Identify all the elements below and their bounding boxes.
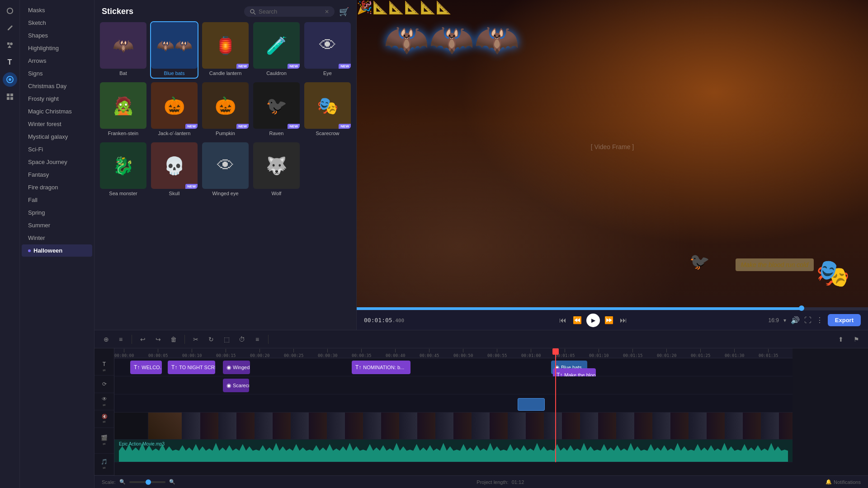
sticker-frankenstein[interactable]: 🧟 Franken-stein bbox=[99, 81, 147, 139]
ruler-125: 00:01:25 bbox=[691, 348, 710, 358]
sticker-scarecrow[interactable]: 🎭 NEW Scarecrow bbox=[303, 81, 352, 139]
sticker-candle-lantern-label: Candle lantern bbox=[209, 70, 242, 76]
ruler-40: 00:00:40 bbox=[386, 348, 405, 358]
nav-effects[interactable] bbox=[3, 89, 17, 104]
progress-bar[interactable] bbox=[357, 307, 868, 310]
clip-winged-eye[interactable]: ◉Winged eye bbox=[223, 361, 250, 374]
nav-text[interactable]: T bbox=[3, 55, 17, 70]
clip-scarecrow[interactable]: ◉Scarecrow bbox=[223, 379, 249, 392]
ratio-chevron[interactable]: ▾ bbox=[783, 317, 786, 324]
track-ctrl-sticker1[interactable]: 👁 ⇄ bbox=[94, 393, 114, 410]
skip-to-start-btn[interactable]: ⏮ bbox=[557, 315, 568, 326]
sticker-wolf[interactable]: 🐺 Wolf bbox=[252, 141, 301, 199]
track-ctrl-video[interactable]: 🎬 ⇄ bbox=[94, 428, 114, 454]
step-forward-btn[interactable]: ⏩ bbox=[604, 315, 614, 326]
sticker-cauldron[interactable]: 🧪 NEW Cauldron bbox=[252, 21, 301, 79]
category-winter[interactable]: Winter bbox=[22, 232, 92, 244]
category-christmas-day[interactable]: Christmas Day bbox=[22, 80, 92, 92]
category-highlighting[interactable]: Highlighting bbox=[22, 42, 92, 54]
export-button[interactable]: Export bbox=[828, 314, 861, 326]
settings-track-btn[interactable]: ≡ bbox=[114, 333, 127, 346]
fullscreen-icon[interactable]: ⛶ bbox=[804, 316, 811, 324]
time-button[interactable]: ⏱ bbox=[236, 333, 248, 346]
sticker-grid: 🦇 Bat 🦇🦇 Blue bats 🏮 NEW bbox=[94, 21, 356, 203]
nav-stickers[interactable] bbox=[3, 72, 17, 87]
track-ctrl-sticker2[interactable]: 🔇 ⇄ bbox=[94, 410, 114, 427]
cart-icon[interactable]: 🛒 bbox=[339, 7, 349, 17]
category-masks[interactable]: Masks bbox=[22, 4, 92, 16]
category-halloween[interactable]: Halloween bbox=[22, 244, 92, 257]
category-magic-christmas[interactable]: Magic Christmas bbox=[22, 105, 92, 117]
add-track-btn[interactable]: ⊕ bbox=[100, 333, 113, 346]
sticker-bat[interactable]: 🦇 Bat bbox=[99, 21, 147, 79]
scale-slider[interactable] bbox=[129, 481, 165, 483]
video-thumb-strip bbox=[182, 413, 793, 440]
sticker-skull[interactable]: 💀 NEW Skull bbox=[150, 141, 198, 199]
settings-icon[interactable]: ⋮ bbox=[816, 316, 823, 324]
category-sci-fi[interactable]: Sci-Fi bbox=[22, 143, 92, 155]
undo-button[interactable]: ↩ bbox=[137, 333, 149, 346]
sticker-wolf-label: Wolf bbox=[272, 191, 282, 196]
search-box[interactable]: ✕ bbox=[244, 6, 335, 17]
sticker-eye[interactable]: 👁 NEW Eye bbox=[303, 21, 352, 79]
cut-button[interactable]: ✂ bbox=[189, 333, 202, 346]
category-winter-forest[interactable]: Winter forest bbox=[22, 118, 92, 130]
redo-button[interactable]: ↪ bbox=[152, 333, 165, 346]
sticker-sea-monster-label: Sea monster bbox=[109, 191, 137, 196]
nav-shapes[interactable] bbox=[3, 38, 17, 52]
loop-button[interactable]: ↻ bbox=[205, 333, 217, 346]
notifications-button[interactable]: 🔔 Notifications bbox=[826, 479, 861, 485]
category-fantasy[interactable]: Fantasy bbox=[22, 169, 92, 181]
sticker-jack-o-lantern[interactable]: 🎃 NEW Jack-o'-lantern bbox=[150, 81, 198, 139]
category-spring[interactable]: Spring bbox=[22, 206, 92, 219]
play-btn[interactable]: ▶ bbox=[586, 314, 600, 327]
track-ctrl-text1[interactable]: T ⇄ bbox=[94, 358, 114, 375]
category-arrows[interactable]: Arrows bbox=[22, 55, 92, 67]
track-blank-1 bbox=[114, 394, 793, 413]
category-space-journey[interactable]: Space Journey bbox=[22, 156, 92, 168]
track-ctrl-text2[interactable]: ⟳ bbox=[94, 375, 114, 393]
nav-sketch[interactable] bbox=[3, 21, 17, 35]
clip-welco[interactable]: T↑WELCO... bbox=[130, 361, 162, 374]
sticker-raven[interactable]: 🐦‍⬛ NEW Raven bbox=[252, 81, 301, 139]
crop-button[interactable]: ⬚ bbox=[220, 333, 233, 346]
sticker-skull-label: Skull bbox=[169, 191, 180, 196]
clip-tonight[interactable]: T↑TO NIGHT SCREA... bbox=[168, 361, 215, 374]
clear-search-icon[interactable]: ✕ bbox=[325, 9, 329, 15]
category-summer[interactable]: Summer bbox=[22, 219, 92, 231]
svg-point-4 bbox=[9, 78, 11, 81]
category-mystical-galaxy[interactable]: Mystical galaxy bbox=[22, 131, 92, 143]
sticker-blue-bats[interactable]: 🦇🦇 Blue bats bbox=[150, 21, 198, 79]
progress-thumb[interactable] bbox=[799, 305, 804, 311]
export-media-button[interactable]: ⬆ bbox=[835, 333, 847, 346]
time-ruler: 00:00:00 00:00:05 00:00:10 00:00:15 00:0… bbox=[114, 348, 793, 358]
sticker-winged-eye[interactable]: 👁 Winged eye bbox=[201, 141, 250, 199]
category-fall[interactable]: Fall bbox=[22, 194, 92, 206]
sticker-candle-lantern[interactable]: 🏮 NEW Candle lantern bbox=[201, 21, 250, 79]
skip-to-end-btn[interactable]: ⏭ bbox=[618, 315, 629, 326]
category-sketch[interactable]: Sketch bbox=[22, 17, 92, 29]
track-ctrl-audio[interactable]: 🎵 ⇄ bbox=[94, 454, 114, 475]
clip-nomination[interactable]: T↑NOMINATION: b... bbox=[352, 361, 410, 374]
sticker-sea-monster[interactable]: 🐉 Sea monster bbox=[99, 141, 147, 199]
step-back-btn[interactable]: ⏪ bbox=[572, 315, 583, 326]
ruler-100: 00:01:00 bbox=[521, 348, 541, 358]
category-frosty-night[interactable]: Frosty night bbox=[22, 93, 92, 105]
flag-button[interactable]: ⚑ bbox=[850, 333, 863, 346]
sticker-raven-label: Raven bbox=[269, 131, 284, 136]
sticker-pumpkin[interactable]: 🎃 NEW Pumpkin bbox=[201, 81, 250, 139]
delete-button[interactable]: 🗑 bbox=[167, 333, 180, 346]
timeline-scroll[interactable]: 00:00:00 00:00:05 00:00:10 00:00:15 00:0… bbox=[114, 348, 868, 475]
bottom-status: Scale: 🔍 🔍 Project length: 01:12 🔔 Notif… bbox=[94, 475, 868, 488]
clip-blue-selection[interactable] bbox=[518, 398, 545, 411]
nav-masks[interactable] bbox=[3, 4, 17, 18]
ruler-115: 00:01:15 bbox=[623, 348, 642, 358]
svg-rect-8 bbox=[10, 97, 13, 100]
category-fire-dragon[interactable]: Fire dragon bbox=[22, 181, 92, 193]
category-shapes[interactable]: Shapes bbox=[22, 29, 92, 42]
search-input[interactable] bbox=[259, 8, 322, 15]
category-signs[interactable]: Signs bbox=[22, 67, 92, 80]
layers-button[interactable]: ≡ bbox=[251, 333, 264, 346]
volume-icon[interactable]: 🔊 bbox=[791, 316, 800, 324]
scarecrow-sticker-overlay: 🎭 bbox=[816, 257, 850, 289]
